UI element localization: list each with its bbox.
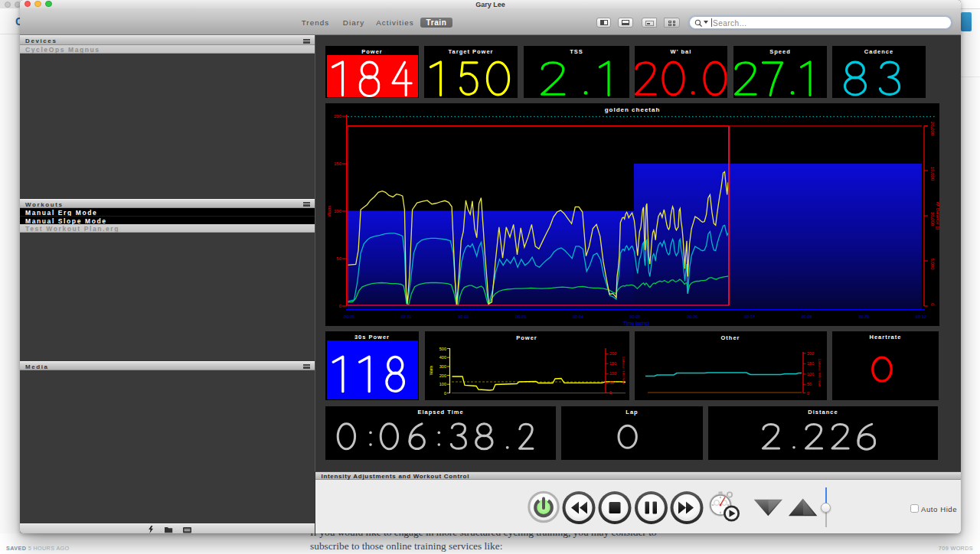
svg-text:10,000: 10,000 [930, 212, 935, 226]
svg-text:00:03: 00:03 [515, 314, 526, 319]
svg-text:400: 400 [439, 355, 446, 360]
svg-text:100: 100 [334, 209, 342, 213]
svg-text:00:07: 00:07 [744, 314, 755, 319]
svg-text:200: 200 [807, 351, 814, 356]
svg-text:150: 150 [807, 361, 814, 366]
svg-text:200: 200 [334, 114, 342, 119]
svg-text:00:04: 00:04 [573, 314, 583, 319]
svg-text:50: 50 [336, 256, 341, 261]
svg-text:00:02: 00:02 [459, 314, 469, 319]
svg-text:Other: Other [720, 334, 740, 341]
svg-text:100: 100 [807, 372, 814, 376]
svg-text:W' Balance (j): W' Balance (j) [936, 201, 939, 230]
svg-text:Time (mins): Time (mins) [623, 321, 649, 327]
svg-text:Watts: Watts [429, 365, 433, 375]
svg-text:150: 150 [334, 161, 342, 166]
svg-text:100: 100 [439, 382, 446, 386]
svg-text:golden cheetah: golden cheetah [605, 106, 661, 113]
svg-text:0: 0 [807, 391, 809, 396]
svg-text:Power: Power [516, 334, 537, 341]
svg-text:0: 0 [443, 391, 446, 396]
svg-text:Watts: Watts [327, 205, 332, 217]
svg-text:0: 0 [609, 390, 612, 395]
svg-text:00:10: 00:10 [916, 314, 926, 319]
svg-text:Cadence / HR / Watt: Cadence / HR / Watt [622, 357, 626, 385]
svg-text:Cadence / HR / Watt: Cadence / HR / Watt [818, 359, 822, 387]
svg-text:00:00: 00:00 [344, 314, 354, 319]
svg-text:00:01: 00:01 [401, 314, 412, 319]
svg-text:100: 100 [609, 371, 616, 376]
svg-text:5,000: 5,000 [930, 258, 935, 270]
svg-text:150: 150 [609, 361, 616, 366]
svg-text:50: 50 [609, 380, 614, 385]
svg-text:500: 500 [439, 347, 446, 351]
svg-text:00:05: 00:05 [630, 314, 641, 319]
svg-text:00:08: 00:08 [802, 314, 812, 319]
svg-text:00:09: 00:09 [858, 314, 869, 319]
svg-text:200: 200 [609, 351, 616, 356]
svg-text:300: 300 [439, 364, 446, 369]
svg-text:00:06: 00:06 [687, 314, 697, 319]
svg-text:50: 50 [807, 382, 812, 386]
svg-text:20,000: 20,000 [930, 122, 935, 136]
svg-text:200: 200 [439, 373, 446, 378]
svg-text:15,000: 15,000 [930, 167, 935, 181]
